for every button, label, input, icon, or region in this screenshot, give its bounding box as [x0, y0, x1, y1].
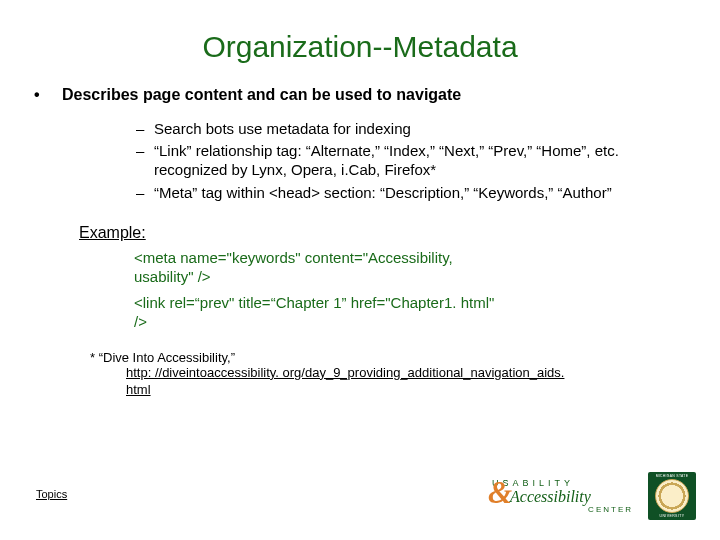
example-line: <meta name="keywords" content="Accessibi… [134, 248, 506, 287]
ampersand-icon: & [488, 477, 512, 508]
bullet-marker: • [34, 86, 62, 104]
slide-content: • Describes page content and can be used… [0, 86, 720, 399]
footnote-text: * “Dive Into Accessibility,” [90, 350, 686, 365]
logo-text-center: CENTER [588, 505, 633, 514]
sub-bullet-list: Search bots use metadata for indexing “L… [96, 119, 686, 202]
bullet-text: Describes page content and can be used t… [62, 86, 461, 104]
example-label: Example: [79, 224, 686, 242]
logo-text-accessibility: Accessibility [510, 488, 591, 506]
msu-badge-icon [648, 472, 696, 520]
sub-bullet-item: “Link” relationship tag: “Alternate,” “I… [136, 141, 686, 179]
slide: Organization--Metadata • Describes page … [0, 0, 720, 540]
msu-seal-icon [655, 479, 689, 513]
slide-title: Organization--Metadata [0, 0, 720, 86]
usability-accessibility-logo: USABILITY & Accessibility CENTER [488, 477, 640, 515]
example-line: <link rel=“prev" title=“Chapter 1” href=… [134, 293, 506, 332]
bullet-level1: • Describes page content and can be used… [34, 86, 686, 104]
sub-bullet-item: Search bots use metadata for indexing [136, 119, 686, 138]
topics-link[interactable]: Topics [36, 488, 67, 500]
footer-logos: USABILITY & Accessibility CENTER [488, 472, 696, 520]
footnote-link[interactable]: http: //diveintoaccessibility. org/day_9… [126, 365, 566, 399]
msu-logo [648, 472, 696, 520]
sub-bullet-item: “Meta” tag within <head> section: “Descr… [136, 183, 686, 202]
example-code: <meta name="keywords" content="Accessibi… [134, 248, 506, 332]
